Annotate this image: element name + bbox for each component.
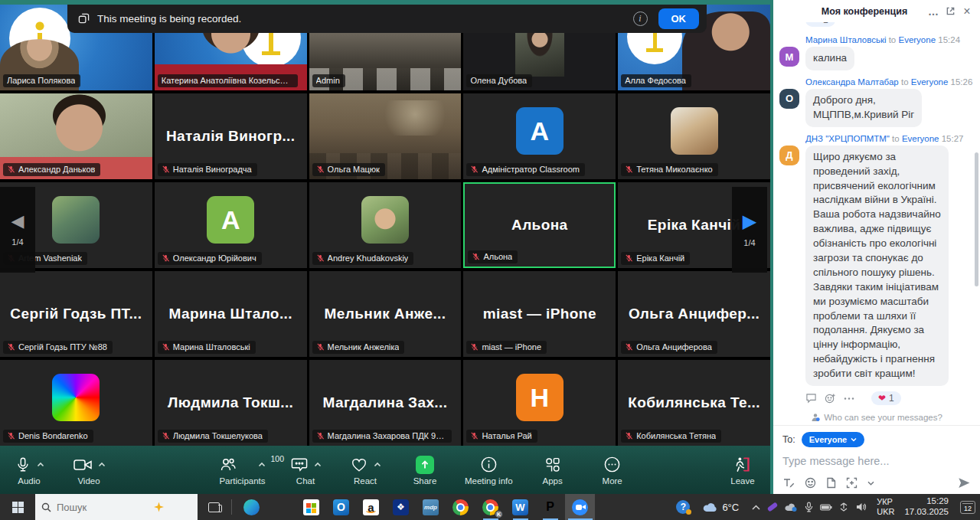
airplane-mode-icon[interactable]: [839, 502, 849, 512]
send-button[interactable]: [957, 476, 971, 489]
taskbar-app-word[interactable]: W: [505, 494, 535, 520]
toolbar-leave-button[interactable]: Leave: [723, 455, 763, 486]
recipient-selector[interactable]: Everyone: [802, 432, 865, 447]
video-tile[interactable]: АльонаАльона: [463, 182, 616, 268]
tray-chevron-up-icon[interactable]: [752, 505, 760, 510]
cloud-icon: [703, 502, 718, 512]
toolbar-video-button[interactable]: Video: [69, 455, 109, 486]
taskbar-app-outlook[interactable]: O: [326, 494, 356, 520]
battery-icon[interactable]: [820, 504, 832, 511]
info-icon[interactable]: i: [633, 11, 648, 26]
participant-name-label: Олена Дубова: [466, 74, 532, 87]
toolbar-audio-button[interactable]: Audio: [9, 455, 49, 486]
video-tile[interactable]: Магдалина Зах...Магдалина Захарова ПДК 9…: [309, 360, 462, 446]
toolbar-participants-button[interactable]: 100Participants: [219, 455, 266, 486]
video-tile[interactable]: Наталія Виногр...Наталія Виноградча: [155, 93, 307, 179]
chat-scrollbar[interactable]: [975, 152, 978, 286]
taskbar-app-chrome-k[interactable]: K: [475, 494, 505, 520]
chevron-up-icon[interactable]: [374, 462, 381, 467]
video-tile[interactable]: Александр Даньков: [0, 93, 152, 179]
participant-name-text: Альона: [483, 252, 512, 261]
pen-tray-icon[interactable]: [767, 505, 778, 509]
taskbar-app-edge[interactable]: [237, 494, 266, 520]
onedrive-icon[interactable]: [785, 503, 798, 512]
search-input[interactable]: [57, 502, 149, 513]
participant-name-label: Людмила Токшелукова: [158, 430, 268, 443]
taskbar-app-powerpoint[interactable]: P: [535, 494, 565, 520]
video-tile[interactable]: Тетяна Миколаєнко: [618, 93, 770, 179]
task-view-button[interactable]: [201, 494, 227, 520]
participant-avatar: H: [516, 374, 564, 421]
participant-name-text: Людмила Токшелукова: [173, 431, 263, 440]
video-tile[interactable]: Марина Штало...Марина Шталовські: [155, 271, 307, 357]
message-reaction[interactable]: ❤1: [805, 22, 835, 27]
file-explorer-icon: [273, 499, 289, 515]
toolbar-meeting-info-button[interactable]: Meeting info: [465, 455, 513, 486]
chevron-up-icon[interactable]: [258, 462, 266, 467]
temperature: 6°C: [722, 502, 739, 513]
gallery-prev-button[interactable]: ◀ 1/4: [0, 187, 35, 273]
participant-avatar: [361, 196, 409, 244]
taskbar-app-mdp[interactable]: mdp: [416, 494, 446, 520]
recording-ok-button[interactable]: OK: [658, 8, 700, 29]
taskbar-app-file-explorer[interactable]: [266, 494, 296, 520]
chat-popout-icon[interactable]: [943, 5, 957, 18]
video-tile[interactable]: AАдміністратор Classroom: [463, 93, 616, 179]
help-icon[interactable]: ?: [676, 500, 690, 514]
video-tile[interactable]: Ольга Мацюк: [309, 93, 462, 179]
compose-options-chevron-icon[interactable]: [867, 481, 874, 486]
chevron-up-icon[interactable]: [314, 462, 322, 467]
taskbar-app-chrome[interactable]: [446, 494, 475, 520]
message-reaction[interactable]: ❤1: [871, 391, 901, 405]
notification-count: 12: [964, 505, 972, 512]
taskbar-app-store[interactable]: [296, 494, 326, 520]
toolbar-apps-button[interactable]: Apps: [533, 455, 573, 486]
video-tile[interactable]: Andrey Khudakovskiy: [309, 182, 462, 268]
toolbar-left-group: AudioVideo: [9, 446, 109, 494]
toolbar-chat-button[interactable]: Chat: [286, 455, 325, 486]
chat-privacy-hint[interactable]: Who can see your messages?: [773, 408, 980, 425]
video-tile[interactable]: Сергій Годзь ПТ...Сергій Годзь ПТУ №88: [0, 271, 152, 357]
language-indicator[interactable]: УКР UKR: [877, 497, 894, 516]
clock[interactable]: 15:29 17.03.2025: [904, 496, 949, 518]
gallery-next-button[interactable]: ▶ 1/4: [732, 187, 767, 273]
taskbar-app-amazon[interactable]: a: [356, 494, 386, 520]
video-tile[interactable]: Ольга Анцифер...Ольга Анциферова: [618, 271, 770, 357]
toolbar-react-button[interactable]: React: [345, 455, 385, 486]
mic-muted-icon: [625, 342, 633, 352]
speaker-icon[interactable]: [856, 502, 867, 512]
taskbar-app-zoom[interactable]: [565, 494, 595, 520]
chevron-up-icon[interactable]: [37, 462, 44, 467]
start-button[interactable]: [0, 494, 35, 520]
video-tile[interactable]: HНаталья Рай: [463, 360, 616, 446]
format-text-icon[interactable]: [782, 477, 795, 489]
notification-center-button[interactable]: 12: [960, 501, 975, 514]
screenshot-icon[interactable]: [846, 477, 858, 489]
emoji-icon[interactable]: [805, 477, 816, 489]
video-tile[interactable]: Кобилянська Те...Кобилянська Тетяна: [618, 360, 770, 446]
chat-message-input[interactable]: [782, 455, 971, 467]
chevron-up-icon[interactable]: [98, 462, 106, 467]
taskbar-app-dropbox[interactable]: ❖: [386, 494, 416, 520]
participant-name-label: Марина Шталовські: [158, 341, 256, 354]
microphone-tray-icon[interactable]: [805, 502, 813, 512]
message-action-icons[interactable]: [805, 393, 854, 404]
video-tile[interactable]: AОлександр Юрійович: [155, 182, 307, 268]
mic-muted-icon: [625, 431, 633, 440]
toolbar-share-button[interactable]: Share: [405, 455, 445, 486]
video-tile[interactable]: Denis Bondarenko: [0, 360, 152, 446]
chat-close-icon[interactable]: ×: [960, 5, 974, 18]
video-tile[interactable]: Людмила Токш...Людмила Токшелукова: [155, 360, 307, 446]
toolbar-item-label: Audio: [18, 476, 40, 486]
chevron-down-icon: [851, 437, 857, 442]
toolbar-more-button[interactable]: More: [593, 455, 632, 486]
chat-more-icon[interactable]: …: [926, 5, 940, 18]
taskbar-search[interactable]: [35, 494, 198, 520]
video-tile[interactable]: Мельник Анже...Мельник Анжеліка: [309, 271, 462, 357]
video-tile[interactable]: miast — iPhonemiast — iPhone: [463, 271, 616, 357]
weather-widget[interactable]: 6°C: [703, 502, 739, 513]
toolbar-right-group: Leave: [723, 446, 763, 494]
toolbar-item-label: Participants: [219, 476, 265, 486]
chevron-left-icon: ◀: [11, 213, 24, 230]
attach-file-icon[interactable]: [826, 477, 836, 489]
